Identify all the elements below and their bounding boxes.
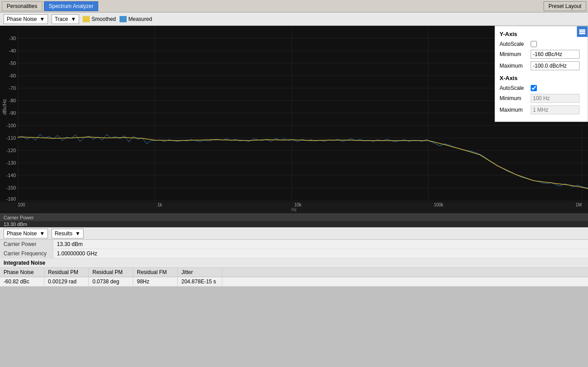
- bottom-phase-noise-label: Phase Noise: [7, 230, 37, 237]
- svg-text:dBc/Hz: dBc/Hz: [2, 99, 7, 115]
- trace-label: Trace: [55, 16, 68, 22]
- phase-noise-label: Phase Noise: [7, 16, 37, 22]
- integrated-noise-header: Integrated Noise: [0, 258, 588, 268]
- panel-close-icon[interactable]: [577, 26, 588, 37]
- x-maximum-label: Maximum: [500, 107, 531, 113]
- y-maximum-row: Maximum: [500, 61, 583, 70]
- table-data-jitter: 204.878E-15 s: [178, 277, 222, 286]
- toolbar: Phase Noise ▼ Trace ▼ Smoothed Measured: [0, 12, 588, 26]
- y-axis-title: Y-Axis: [500, 31, 583, 37]
- svg-rect-35: [579, 29, 585, 31]
- x-label-100: 100: [18, 202, 25, 207]
- carrier-power-bar-value: 13.30 dBm: [0, 221, 588, 227]
- table-data-phase-noise: -60.82 dBc: [0, 277, 44, 286]
- table-header-row: Phase Noise Residual PM Residual PM Resi…: [0, 268, 588, 277]
- bottom-phase-noise-arrow-icon: ▼: [40, 230, 45, 237]
- carrier-frequency-label: Carrier Frequency: [0, 249, 53, 258]
- top-bar-left: Personalities Spectrum Analyzer: [2, 1, 98, 11]
- smoothed-color-box: [83, 16, 90, 22]
- carrier-power-bar-label: Carrier Power: [4, 215, 34, 220]
- preset-layout-button[interactable]: Preset Layout: [544, 1, 586, 11]
- svg-text:-30: -30: [9, 36, 16, 41]
- y-autoscale-row: AutoScale: [500, 41, 583, 47]
- x-axis-title: X-Axis: [500, 75, 583, 81]
- carrier-power-bar: Carrier Power: [0, 214, 588, 221]
- table-header-jitter: Jitter: [178, 268, 222, 277]
- svg-text:-150: -150: [6, 185, 16, 190]
- smoothed-label: Smoothed: [92, 16, 116, 22]
- x-label-1k: 1k: [157, 202, 162, 207]
- measured-color-box: [120, 16, 127, 22]
- y-maximum-label: Maximum: [500, 63, 531, 69]
- y-minimum-input[interactable]: [531, 50, 580, 59]
- smoothed-legend: Smoothed: [83, 16, 116, 22]
- svg-text:-130: -130: [6, 160, 16, 165]
- carrier-power-row: Carrier Power 13.30 dBm: [0, 240, 588, 249]
- carrier-frequency-value: 1.00000000 GHz: [53, 249, 101, 258]
- phase-noise-arrow-icon: ▼: [40, 16, 45, 22]
- x-minimum-row: Minimum: [500, 94, 583, 103]
- table-header-phase-noise: Phase Noise: [0, 268, 44, 277]
- x-label-100k: 100k: [434, 202, 444, 207]
- spectrum-analyzer-button[interactable]: Spectrum Analyzer: [44, 1, 99, 11]
- y-minimum-label: Minimum: [500, 51, 531, 57]
- svg-rect-37: [579, 33, 585, 34]
- carrier-power-value: 13.30 dBm: [53, 240, 86, 249]
- table-data-residual-fm: 98Hz: [133, 277, 178, 286]
- carrier-power-label: Carrier Power: [0, 240, 53, 249]
- chart-container: -30 -40 -50 -60 -70 -80 -90 -100 -110 -1…: [0, 26, 588, 202]
- svg-text:-70: -70: [9, 85, 16, 91]
- svg-text:-50: -50: [9, 60, 16, 66]
- results-label: Results: [55, 230, 72, 237]
- results-arrow-icon: ▼: [75, 230, 80, 237]
- x-axis-unit: Hz: [0, 207, 588, 214]
- results-dropdown[interactable]: Results ▼: [52, 229, 84, 238]
- table-data-residual-pm1: 0.00129 rad: [44, 277, 89, 286]
- x-axis-labels: 100 1k 10k 100k 1M: [0, 202, 588, 207]
- y-maximum-input[interactable]: [531, 61, 580, 70]
- x-maximum-row: Maximum: [500, 105, 583, 114]
- svg-text:-90: -90: [9, 110, 16, 116]
- svg-text:-140: -140: [6, 173, 16, 178]
- trace-dropdown[interactable]: Trace ▼: [52, 14, 79, 24]
- x-autoscale-label: AutoScale: [500, 85, 531, 91]
- y-autoscale-label: AutoScale: [500, 41, 531, 47]
- top-bar: Personalities Spectrum Analyzer Preset L…: [0, 0, 588, 12]
- svg-text:-60: -60: [9, 73, 16, 78]
- x-maximum-input[interactable]: [531, 105, 580, 114]
- x-minimum-label: Minimum: [500, 95, 531, 101]
- x-label-1m: 1M: [576, 202, 582, 207]
- trace-arrow-icon: ▼: [71, 16, 76, 22]
- axis-panel: Y-Axis AutoScale Minimum Maximum X-Axis …: [495, 26, 588, 122]
- x-minimum-input[interactable]: [531, 94, 580, 103]
- x-label-10k: 10k: [294, 202, 301, 207]
- svg-text:-80: -80: [9, 98, 16, 103]
- results-section: Carrier Power 13.30 dBm Carrier Frequenc…: [0, 240, 588, 286]
- x-autoscale-row: AutoScale: [500, 85, 583, 91]
- y-minimum-row: Minimum: [500, 50, 583, 59]
- table-data-row: -60.82 dBc 0.00129 rad 0.0738 deg 98Hz 2…: [0, 277, 588, 286]
- table-header-residual-pm1: Residual PM: [44, 268, 89, 277]
- svg-text:-100: -100: [6, 123, 16, 128]
- svg-text:-160: -160: [6, 196, 16, 202]
- x-autoscale-checkbox[interactable]: [531, 85, 537, 91]
- personalities-button[interactable]: Personalities: [2, 1, 42, 11]
- phase-noise-dropdown[interactable]: Phase Noise ▼: [4, 14, 48, 24]
- y-autoscale-checkbox[interactable]: [531, 41, 537, 47]
- svg-rect-36: [579, 31, 585, 32]
- measured-label: Measured: [128, 16, 152, 22]
- table-header-residual-pm2: Residual PM: [89, 268, 133, 277]
- svg-text:-40: -40: [9, 48, 16, 53]
- bottom-toolbar: Phase Noise ▼ Results ▼: [0, 227, 588, 240]
- svg-text:-110: -110: [6, 135, 16, 141]
- table-header-residual-fm: Residual FM: [133, 268, 178, 277]
- bottom-phase-noise-dropdown[interactable]: Phase Noise ▼: [4, 229, 48, 238]
- svg-text:-120: -120: [6, 148, 16, 153]
- table-data-residual-pm2: 0.0738 deg: [89, 277, 133, 286]
- measured-legend: Measured: [120, 16, 152, 22]
- carrier-frequency-row: Carrier Frequency 1.00000000 GHz: [0, 249, 588, 258]
